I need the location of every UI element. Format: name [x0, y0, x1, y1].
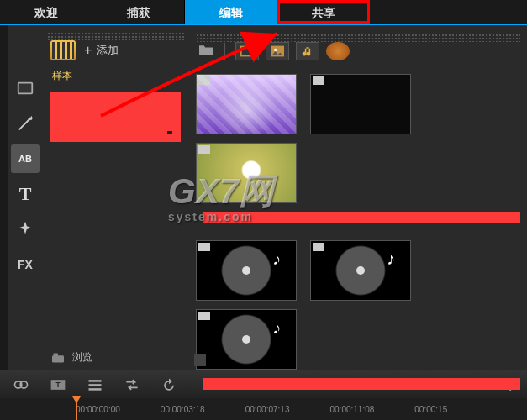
clip-thumbnail[interactable] [310, 74, 411, 134]
svg-rect-1 [19, 84, 32, 93]
video-badge-icon [313, 243, 324, 251]
fx-tool[interactable]: FX [11, 250, 40, 279]
video-badge-icon [198, 145, 210, 154]
add-label: 添加 [97, 43, 119, 58]
music-note-icon [301, 45, 314, 57]
media-tool[interactable] [11, 74, 40, 102]
content-pane [189, 25, 527, 370]
clip-thumbnail[interactable] [196, 309, 297, 370]
tab-edit[interactable]: 编辑 [185, 0, 277, 24]
link-tool[interactable] [8, 375, 34, 395]
clip-thumbnail[interactable] [196, 143, 297, 203]
clip-thumbnail[interactable] [196, 74, 297, 134]
magic-wand-icon [16, 114, 34, 133]
media-library-icon[interactable] [50, 40, 76, 60]
open-folder-button[interactable] [198, 43, 214, 60]
svg-rect-4 [53, 353, 58, 356]
sample-panel: + 添加 样本 浏览 [42, 25, 189, 370]
highlight-bar [203, 212, 520, 223]
svg-rect-14 [89, 384, 102, 386]
video-badge-icon [198, 312, 210, 320]
photo-icon [271, 45, 284, 57]
filter-bar [189, 42, 527, 67]
top-tab-bar: 欢迎 捕获 编辑 共享 [0, 0, 527, 25]
effect-tool[interactable] [11, 215, 40, 244]
film-icon [240, 45, 254, 57]
tab-capture[interactable]: 捕获 [92, 0, 185, 24]
panel-grip[interactable] [47, 32, 184, 40]
video-badge-icon [198, 243, 210, 251]
swap-arrows-icon [124, 377, 140, 392]
filter-video[interactable] [235, 42, 259, 60]
film-strip-icon [16, 79, 34, 97]
svg-text:T: T [55, 381, 60, 389]
wand-tool[interactable] [11, 109, 40, 138]
video-badge-icon [198, 76, 210, 85]
tool-column: AB T FX [8, 25, 42, 370]
svg-rect-15 [89, 388, 102, 391]
filter-photo[interactable] [266, 42, 289, 60]
time-mark: 00:00:07:13 [245, 405, 290, 414]
svg-rect-6 [242, 47, 253, 55]
time-mark: 00:00:00:00 [76, 405, 120, 414]
browse-icon [50, 352, 66, 364]
title-tool[interactable]: T [11, 180, 40, 208]
swap-tool[interactable] [119, 375, 145, 395]
filter-color[interactable] [326, 42, 350, 60]
time-mark: 00:00:15 [414, 405, 447, 414]
svg-rect-3 [52, 355, 64, 362]
highlight-bar [203, 378, 520, 390]
browse-button[interactable]: 浏览 [50, 350, 92, 365]
tab-welcome[interactable]: 欢迎 [0, 0, 92, 24]
video-badge-icon [313, 76, 324, 85]
scroll-left-button[interactable] [194, 354, 206, 366]
folder-icon [198, 43, 214, 56]
add-button[interactable]: + 添加 [84, 43, 119, 58]
svg-rect-13 [89, 380, 102, 382]
separator [224, 43, 225, 60]
refresh-tool[interactable] [156, 375, 182, 395]
bars-icon [87, 377, 103, 392]
content-grip[interactable] [196, 34, 520, 42]
browse-label: 浏览 [72, 350, 92, 365]
svg-point-8 [274, 49, 277, 51]
time-mark: 00:00:11:08 [329, 405, 374, 414]
sparkle-icon [16, 220, 34, 239]
timeline-ruler[interactable]: 00:00:00:00 00:00:03:18 00:00:07:13 00:0… [0, 398, 527, 420]
left-edge-strip [0, 25, 8, 370]
list-tool[interactable] [82, 375, 108, 395]
sample-folder-label[interactable]: 样本 [42, 66, 189, 87]
thumbnail-grid [189, 67, 527, 420]
text-box-tool[interactable]: T [45, 375, 71, 395]
tab-share[interactable]: 共享 [277, 0, 370, 24]
playhead[interactable] [76, 398, 77, 420]
text-box-icon: T [50, 377, 66, 392]
filter-audio[interactable] [296, 42, 319, 60]
transition-tool[interactable]: AB [11, 144, 40, 173]
sample-thumbnail-selected[interactable] [50, 92, 181, 142]
refresh-icon [161, 377, 177, 392]
chain-icon [13, 377, 29, 392]
time-mark: 00:00:03:18 [161, 405, 205, 414]
plus-icon: + [84, 43, 92, 58]
clip-thumbnail[interactable] [196, 240, 297, 301]
clip-thumbnail[interactable] [310, 240, 411, 301]
